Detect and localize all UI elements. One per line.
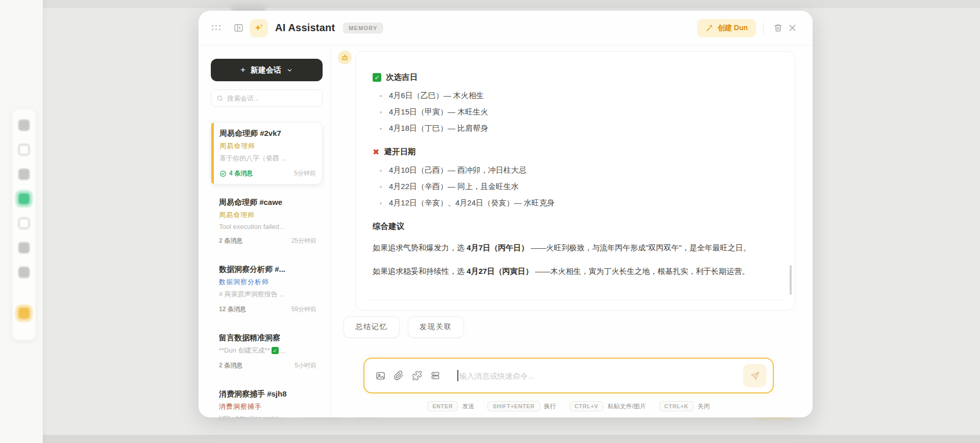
conversation-title: 周易命理师 #cawe [219, 198, 316, 207]
robot-icon [341, 54, 349, 61]
dock-app-icon[interactable] [18, 169, 30, 180]
bullet-list: 4月10日（己酉）— 酉冲卯，冲日柱大忌4月22日（辛酉）— 同上，且金旺生水4… [373, 166, 774, 208]
bullet-item: 4月18日（丁巳）— 比肩帮身 [380, 124, 774, 133]
conversation-preview: 基于你的八字（癸酉 ... [219, 154, 316, 163]
conversation-item[interactable]: 留言数据精准洞察 **Dun 创建完成** ✓ ... 2 条消息 5小时前 [211, 327, 323, 376]
shortcut-key: CTRL+V [570, 401, 604, 411]
paperclip-icon [394, 370, 404, 381]
conversation-title: 留言数据精准洞察 [219, 333, 316, 343]
conversation-item[interactable]: 消费洞察捕手 #sjh8 消费洞察捕手 URL: http://mp.weixi… [211, 383, 323, 417]
assistant-message: ✓次选吉日4月6日（乙巳）— 木火相生4月15日（甲寅）— 木旺生火4月18日（… [355, 51, 795, 311]
dock-app-icon[interactable] [18, 218, 30, 229]
scrollbar-thumb[interactable] [790, 265, 792, 295]
cards-icon [430, 370, 440, 381]
create-dun-button[interactable]: 创建 Dun [697, 19, 756, 37]
keyboard-shortcuts-bar: ENTER 发送 SHIFT+ENTER 换行 CTRL+V 粘贴文件/图片 C… [363, 401, 774, 411]
dock-app-icon[interactable] [18, 193, 30, 204]
panel-collapse-button[interactable] [231, 21, 246, 35]
chat-area: ✓次选吉日4月6日（乙巳）— 木火相生4月15日（甲寅）— 木旺生火4月18日（… [331, 45, 813, 417]
message-content: ✓次选吉日4月6日（乙巳）— 木火相生4月15日（甲寅）— 木旺生火4月18日（… [373, 72, 774, 277]
shortcut-label: 粘贴文件/图片 [607, 402, 646, 411]
shortcut-key: CTRL+K [659, 401, 694, 411]
message-paragraph: 如果追求气势和爆发力，选 4月7日（丙午日） ——火旺到极致，与流年丙午形成"双… [373, 242, 774, 253]
conversation-time: 59分钟前 [291, 305, 316, 314]
bullet-item: 4月10日（己酉）— 酉冲卯，冲日柱大忌 [380, 166, 774, 175]
text-caret [457, 370, 458, 381]
assistant-avatar [338, 51, 352, 64]
search-icon [216, 95, 224, 102]
conversation-title: 消费洞察捕手 #sjh8 [219, 389, 316, 399]
templates-button[interactable] [428, 368, 443, 383]
conversation-item[interactable]: 周易命理师 #2vk7 周易命理师 基于你的八字（癸酉 ... 4 条消息 5分… [211, 122, 323, 184]
conversation-time: 5分钟前 [294, 169, 316, 178]
backdrop-top-band [0, 0, 980, 8]
close-button[interactable] [785, 21, 799, 35]
conversation-title: 周易命理师 #2vk7 [219, 129, 316, 138]
shortcut-label: 关闭 [698, 402, 710, 411]
quick-action-button[interactable]: 总结记忆 [344, 316, 400, 338]
delete-button[interactable] [771, 21, 785, 35]
app-dock [12, 109, 36, 340]
chevron-down-icon [286, 67, 293, 74]
trash-icon [773, 23, 783, 33]
dock-app-icon[interactable] [18, 308, 30, 319]
conversation-list: 周易命理师 #2vk7 周易命理师 基于你的八字（癸酉 ... 4 条消息 5分… [211, 122, 323, 417]
cross-emoji: ✖ [373, 148, 379, 156]
close-icon [788, 23, 797, 33]
keyboard-shortcut: CTRL+K 关闭 [659, 401, 710, 411]
message-paragraph: 如果追求稳妥和持续性，选 4月27日（丙寅日） ——木火相生，寅为丁火长生之地，… [373, 266, 774, 277]
backdrop-bottom-band [0, 435, 980, 443]
wand-icon [705, 24, 714, 32]
shortcut-key: ENTER [427, 401, 458, 411]
message-count: 2 条消息 [219, 237, 242, 245]
conversation-item[interactable]: 数据洞察分析师 #... 数据洞察分析师 # 商家原声洞察报告 ... 12 条… [211, 259, 323, 320]
bullet-item: 4月12日（辛亥）、4月24日（癸亥）— 水旺克身 [380, 198, 774, 208]
check-circle-icon [219, 170, 227, 177]
bullet-list: 4月6日（乙巳）— 木火相生4月15日（甲寅）— 木旺生火4月18日（丁巳）— … [373, 91, 774, 133]
send-button[interactable] [743, 364, 767, 387]
shortcut-label: 发送 [462, 402, 474, 411]
plugins-button[interactable] [409, 368, 425, 383]
conversation-preview: Tool execution failed... [219, 223, 316, 230]
attach-file-button[interactable] [391, 368, 406, 383]
conversation-tag: 消费洞察捕手 [219, 402, 316, 411]
conversation-tag: 周易命理师 [219, 211, 316, 220]
check-emoji: ✓ [272, 347, 279, 354]
conversation-tag: 周易命理师 [219, 142, 316, 151]
image-icon [375, 370, 386, 381]
quick-actions: 总结记忆发现关联 [344, 316, 464, 338]
new-conversation-button[interactable]: + 新建会话 [211, 59, 323, 81]
shortcut-label: 换行 [544, 402, 556, 411]
section-heading: ✓次选吉日 [373, 72, 774, 83]
dock-app-icon[interactable] [18, 242, 30, 253]
drag-handle-icon[interactable] [212, 25, 221, 31]
puzzle-icon [412, 370, 422, 381]
conversation-title: 数据洞察分析师 #... [219, 265, 316, 274]
ai-assistant-window: AI Assistant MEMORY 创建 Dun + 新建会话 [199, 11, 813, 417]
bullet-item: 4月22日（辛酉）— 同上，且金旺生水 [380, 182, 774, 192]
conversation-time: 5小时前 [295, 361, 316, 370]
conversation-search[interactable] [211, 89, 323, 107]
message-count: 2 条消息 [219, 361, 242, 370]
memory-badge: MEMORY [343, 22, 383, 34]
quick-action-button[interactable]: 发现关联 [408, 316, 464, 338]
attach-image-button[interactable] [373, 368, 388, 383]
assistant-logo [250, 19, 268, 37]
message-input[interactable] [459, 371, 744, 380]
divider [763, 22, 764, 34]
sparkle-icon [254, 23, 264, 33]
desktop-background: AI Assistant MEMORY 创建 Dun + 新建会话 [0, 0, 980, 443]
conversation-tag: 数据洞察分析师 [219, 277, 316, 287]
conversation-item[interactable]: 周易命理师 #cawe 周易命理师 Tool execution failed.… [211, 192, 323, 251]
dock-app-icon[interactable] [18, 267, 30, 278]
window-title: AI Assistant [275, 22, 335, 34]
dock-app-icon[interactable] [18, 120, 30, 131]
keyboard-shortcut: ENTER 发送 [427, 401, 474, 411]
search-input[interactable] [227, 95, 317, 102]
divider [368, 300, 782, 300]
dock-app-icon[interactable] [18, 144, 30, 155]
conversation-sidebar: + 新建会话 周易命理师 #2vk7 周易命理师 基于你的八字（癸酉 ... 4… [199, 45, 331, 417]
send-icon [750, 370, 760, 381]
message-input-box[interactable] [363, 358, 774, 393]
conversation-preview: URL: http://mp.weixi... [219, 414, 316, 417]
